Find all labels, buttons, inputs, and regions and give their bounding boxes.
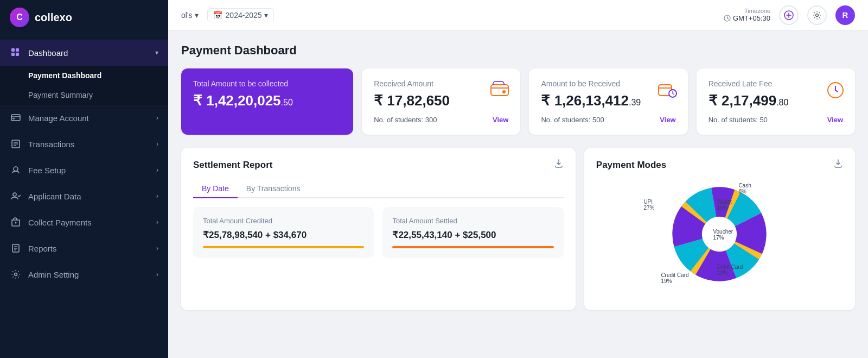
settlement-download-icon[interactable] [554,159,564,171]
brand-name: collexo [35,11,72,24]
svg-point-12 [13,193,16,196]
total-amount-value: ₹ 1,42,20,025.50 [193,92,341,109]
year-selector[interactable]: 📅 2024-2025 ▾ [207,8,274,22]
svg-point-13 [15,222,17,224]
clock-icon [824,78,845,100]
late-fee-footer: No. of students: 50 View [709,116,843,124]
wallet-clock-icon [656,78,678,100]
received-amount-title: Received Amount [374,79,508,88]
fee-setup-chevron: › [156,166,158,174]
sidebar-admin-setting-label: Admin Setting [28,270,156,279]
calendar-icon: 📅 [213,11,222,20]
add-button[interactable] [779,5,799,25]
manage-account-icon [10,112,22,124]
settlement-header: Settlement Report [193,159,564,171]
sidebar-item-admin-setting[interactable]: Admin Setting › [0,261,168,287]
to-receive-footer: No. of students: 500 View [541,116,675,124]
payment-modes-download-icon[interactable] [833,159,843,171]
stat-card-total: Total Amount to be collected ₹ 1,42,20,0… [181,68,353,135]
sidebar-item-transactions[interactable]: Transactions › [0,131,168,157]
sidebar-item-fee-setup[interactable]: Fee Setup › [0,157,168,183]
sidebar-item-collect-payments[interactable]: Collect Payments › [0,209,168,235]
timezone-box: Timezone GMT+05:30 [724,8,770,22]
dashboard-submenu: Payment Dashboard Payment Summary [0,66,168,105]
svg-point-21 [816,14,819,16]
to-receive-view-link[interactable]: View [660,116,675,124]
gear-icon [812,10,822,20]
late-fee-title: Received Late Fee [709,79,843,88]
svg-rect-1 [16,48,19,52]
settled-bar [392,246,553,248]
received-footer: No. of students: 300 View [374,116,508,124]
sidebar-item-payment-dashboard[interactable]: Payment Dashboard [0,66,168,85]
clock-icon [724,15,731,22]
settings-button[interactable] [807,5,827,25]
payment-modes-header: Payment Modes [596,159,843,171]
logo-area: C collexo [0,0,168,35]
admin-setting-chevron: › [156,271,158,278]
avatar-button[interactable]: R [835,5,855,25]
to-receive-students: No. of students: 500 [541,116,604,124]
collect-payments-icon [10,216,22,228]
sidebar-dashboard-label: Dashboard [28,48,155,58]
sidebar-collect-payments-label: Collect Payments [28,218,156,227]
stat-card-received: Received Amount ₹ 17,82,650 No. of stude… [362,68,520,135]
dashboard-chevron: ▾ [155,49,158,56]
tab-by-transactions[interactable]: By Transactions [238,180,309,198]
svg-rect-2 [11,53,15,56]
applicant-data-icon [10,190,22,202]
stat-card-late-fee: Received Late Fee ₹ 2,17,499.80 No. of s… [697,68,855,135]
sidebar-item-payment-summary[interactable]: Payment Summary [0,85,168,105]
plus-icon [784,10,794,20]
page-title: Payment Dashboard [181,43,855,58]
late-fee-value: ₹ 2,17,499.80 [709,92,843,109]
received-view-link[interactable]: View [493,116,508,124]
label-cash: Cash8% [738,183,751,194]
svg-rect-3 [16,53,19,56]
payment-modes-card: Payment Modes [584,148,855,310]
applicant-data-chevron: › [156,192,158,200]
dashboard-icon [10,47,22,59]
logo-icon: C [10,8,29,27]
settled-label: Total Amount Settled [392,217,553,225]
bottom-row: Settlement Report By Date By Transaction… [181,148,855,310]
received-students: No. of students: 300 [374,116,437,124]
sidebar-item-reports[interactable]: Reports › [0,235,168,261]
tab-by-date[interactable]: By Date [193,180,238,198]
sidebar-fee-setup-label: Fee Setup [28,166,156,175]
sidebar-transactions-label: Transactions [28,140,156,149]
wallet-icon [489,78,510,100]
sidebar-applicant-data-label: Applicant Data [28,192,156,201]
sidebar-item-manage-account[interactable]: Manage Account › [0,105,168,131]
settled-value: ₹22,55,43,140 + $25,500 [392,229,553,241]
settlement-amounts: Total Amount Credited ₹25,78,98,540 + $3… [193,207,564,258]
admin-setting-icon [10,268,22,280]
label-voucher: Voucher17% [713,229,733,241]
sidebar-manage-account-label: Manage Account [28,114,156,123]
school-selector[interactable]: ol's ▾ [181,11,199,20]
svg-rect-6 [12,118,15,120]
year-chevron: ▾ [264,11,268,20]
credited-label: Total Amount Credited [203,217,364,225]
school-name: ol's [181,11,193,20]
stats-row: Total Amount to be collected ₹ 1,42,20,0… [181,68,855,135]
sidebar-item-dashboard[interactable]: Dashboard ▾ [0,40,168,66]
label-wallet: Wallet16% [717,199,731,211]
collect-payments-chevron: › [156,218,158,226]
to-receive-value: ₹ 1,26,13,412.39 [541,92,675,109]
credited-value: ₹25,78,98,540 + $34,670 [203,229,364,241]
reports-icon [10,242,22,254]
received-amount-value: ₹ 17,82,650 [374,92,508,109]
reports-chevron: › [156,244,158,252]
manage-account-chevron: › [156,114,158,122]
fee-setup-icon [10,164,22,176]
main-area: ol's ▾ 📅 2024-2025 ▾ Timezone GMT+05:30 [168,0,868,358]
svg-rect-0 [11,48,15,52]
payment-modes-title: Payment Modes [596,160,666,171]
late-fee-view-link[interactable]: View [827,116,843,124]
sidebar-item-applicant-data[interactable]: Applicant Data › [0,183,168,209]
svg-point-18 [15,273,17,276]
transactions-icon [10,138,22,150]
settlement-credited: Total Amount Credited ₹25,78,98,540 + $3… [193,207,374,258]
svg-rect-4 [11,115,20,121]
